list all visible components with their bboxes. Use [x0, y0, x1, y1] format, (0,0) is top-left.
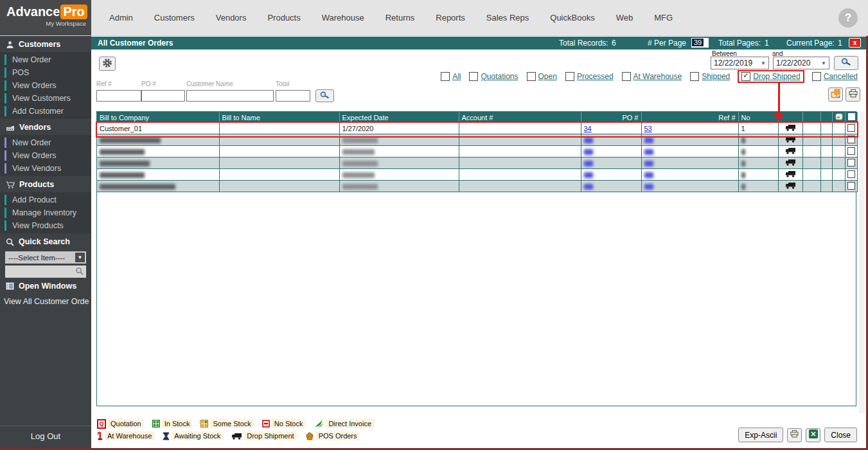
- row-checkbox[interactable]: [847, 159, 855, 166]
- vendors-icon: [6, 123, 15, 131]
- blank-cell: [802, 181, 820, 192]
- at-warehouse-filter-label[interactable]: At Warehouse: [633, 72, 682, 81]
- filter-processed[interactable]: Processed: [565, 72, 614, 81]
- all-checkbox[interactable]: [441, 72, 450, 81]
- date-search-button[interactable]: [834, 56, 858, 70]
- row-checkbox[interactable]: [847, 182, 855, 190]
- ref-number-link[interactable]: 53: [644, 125, 652, 132]
- at-warehouse-checkbox[interactable]: [622, 72, 631, 81]
- print-list-button[interactable]: [787, 428, 802, 442]
- table-row-redacted[interactable]: [97, 134, 857, 146]
- nav-item-admin[interactable]: Admin: [109, 13, 133, 22]
- cell-po-no[interactable]: 34: [581, 123, 641, 134]
- shipped-filter-label[interactable]: Shipped: [702, 72, 730, 81]
- quotations-checkbox[interactable]: [469, 72, 478, 81]
- export-ascii-button[interactable]: Exp-Ascii: [738, 428, 783, 442]
- sidebar-item-add-product[interactable]: Add Product: [0, 194, 91, 206]
- sidebar-section-products[interactable]: Products: [0, 176, 91, 192]
- date-to-select[interactable]: 1/22/2020 ▼: [773, 57, 829, 69]
- settings-button[interactable]: [99, 57, 116, 71]
- refresh-columns-button[interactable]: [828, 87, 843, 102]
- nav-item-warehouse[interactable]: Warehouse: [322, 13, 364, 22]
- nav-item-quickbooks[interactable]: QuickBooks: [550, 13, 594, 22]
- scrollbar-track[interactable]: [859, 111, 865, 413]
- table-row[interactable]: Customer_011/27/202034531: [97, 123, 857, 134]
- quick-search-input[interactable]: [5, 266, 86, 278]
- filter-cancelled[interactable]: Cancelled: [812, 72, 858, 81]
- table-row-redacted[interactable]: [97, 181, 857, 192]
- table-row-redacted[interactable]: [97, 146, 857, 158]
- search-icon[interactable]: [75, 267, 84, 277]
- row-checkbox[interactable]: [847, 147, 855, 155]
- table-row-redacted[interactable]: [97, 169, 857, 181]
- nav-item-products[interactable]: Products: [267, 13, 300, 22]
- nav-item-customers[interactable]: Customers: [154, 13, 195, 22]
- nav-item-sales-reps[interactable]: Sales Reps: [486, 13, 529, 22]
- quick-search-select[interactable]: ----Select Item---- ▼: [5, 251, 86, 264]
- sidebar-item-pos[interactable]: POS: [0, 66, 91, 79]
- open-checkbox[interactable]: [527, 72, 536, 81]
- total-search-input[interactable]: [276, 90, 310, 102]
- per-page-input[interactable]: 39: [691, 38, 709, 48]
- processed-filter-label[interactable]: Processed: [577, 72, 614, 81]
- open-filter-label[interactable]: Open: [538, 72, 557, 81]
- sidebar-item-view-orders[interactable]: View Orders: [0, 149, 91, 162]
- sidebar-item-view-vendors[interactable]: View Vendors: [0, 162, 91, 175]
- sidebar-item-view-products[interactable]: View Products: [0, 219, 91, 232]
- row-checkbox[interactable]: [847, 170, 855, 178]
- processed-checkbox[interactable]: [565, 72, 574, 81]
- ref-search-input[interactable]: [96, 90, 141, 102]
- cancelled-checkbox[interactable]: [812, 72, 821, 81]
- some-stock-icon: [200, 420, 208, 428]
- filter-quotations[interactable]: Quotations: [469, 72, 518, 81]
- filter-at-warehouse[interactable]: At Warehouse: [622, 72, 682, 81]
- shipped-checkbox[interactable]: [690, 72, 699, 81]
- nav-item-vendors[interactable]: Vendors: [216, 13, 247, 22]
- nav-item-mfg[interactable]: MFG: [654, 13, 673, 22]
- filter-all[interactable]: All: [441, 72, 461, 81]
- nav-item-returns[interactable]: Returns: [385, 13, 415, 22]
- redacted-cell: [339, 158, 459, 169]
- sidebar-item-new-order[interactable]: New Order: [0, 136, 91, 149]
- table-row-redacted[interactable]: [97, 158, 857, 169]
- cell-ref-no[interactable]: 53: [641, 123, 738, 134]
- po-search-input[interactable]: [141, 90, 185, 102]
- filter-shipped[interactable]: Shipped: [690, 72, 730, 81]
- select-all-checkbox[interactable]: [848, 113, 855, 120]
- sidebar-item-view-orders[interactable]: View Orders: [0, 79, 91, 92]
- redacted-cell: [738, 146, 778, 158]
- redacted-cell: [219, 158, 339, 169]
- sidebar-item-new-order[interactable]: New Order: [0, 53, 91, 66]
- drop-shipped-filter-label[interactable]: Drop Shipped: [753, 72, 800, 81]
- help-button[interactable]: ?: [838, 8, 858, 28]
- redacted-cell: [641, 169, 738, 181]
- chevron-down-icon[interactable]: ▼: [75, 253, 85, 262]
- cancelled-filter-label[interactable]: Cancelled: [824, 72, 858, 81]
- row-checkbox[interactable]: [847, 136, 855, 143]
- customer-name-search-input[interactable]: [186, 90, 274, 102]
- filter-drop-shipped[interactable]: Drop Shipped: [738, 70, 804, 83]
- legend-row-1: QQuotationIn StockSome StockNo StockDire…: [97, 419, 374, 429]
- sidebar-item-add-customer[interactable]: Add Customer: [0, 105, 91, 118]
- sidebar-item-view-customers[interactable]: View Customers: [0, 92, 91, 105]
- nav-item-web[interactable]: Web: [616, 13, 633, 22]
- close-window-button[interactable]: x: [849, 38, 861, 48]
- logout-button[interactable]: Log Out: [0, 426, 91, 448]
- filter-open[interactable]: Open: [527, 72, 557, 81]
- date-from-select[interactable]: 12/22/2019 ▼: [711, 57, 769, 69]
- export-excel-button[interactable]: [806, 428, 820, 442]
- sidebar-section-vendors[interactable]: Vendors: [0, 119, 91, 135]
- open-window-item[interactable]: View All Customer Orde: [0, 294, 91, 306]
- po-number-link[interactable]: 34: [584, 125, 592, 132]
- nav-item-reports[interactable]: Reports: [436, 13, 465, 22]
- close-button[interactable]: Close: [824, 428, 857, 442]
- logo[interactable]: AdvancePro My Workspace: [0, 0, 91, 35]
- all-filter-label[interactable]: All: [452, 72, 461, 81]
- row-checkbox[interactable]: [847, 124, 855, 132]
- drop-shipped-checkbox[interactable]: [741, 72, 750, 81]
- sidebar-item-manage-inventory[interactable]: Manage Inventory: [0, 206, 91, 219]
- sidebar-section-customers[interactable]: Customers: [0, 36, 91, 52]
- filter-search-button[interactable]: [315, 89, 334, 102]
- quotations-filter-label[interactable]: Quotations: [481, 72, 518, 81]
- print-button[interactable]: [846, 87, 860, 102]
